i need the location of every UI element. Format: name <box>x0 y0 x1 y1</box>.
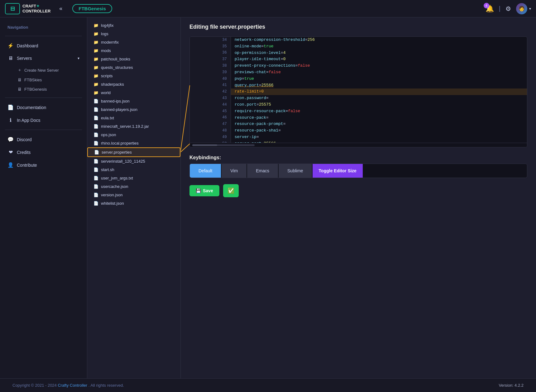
sidebar-label-ftbskies: FTBSkies <box>24 78 42 82</box>
editor-panel: Editing file server.properties 34network… <box>181 17 536 378</box>
sidebar-item-documentation[interactable]: 📄 Documentation <box>0 102 87 113</box>
logo-icon: ⊟ <box>5 3 20 14</box>
file-item[interactable]: 📄serverinstall_120_11425 <box>87 157 180 165</box>
file-item[interactable]: 📄ops.json <box>87 131 180 139</box>
save-label: Save <box>203 188 213 193</box>
keybind-toggle-button[interactable]: Toggle Editor Size <box>313 164 363 178</box>
ftbskies-icon: 🖥 <box>17 77 22 82</box>
line-content: op-permission-level=4 <box>231 50 527 56</box>
sidebar-sub-servers: ＋ Create New Server 🖥 FTBSkies 🖥 FTBGene… <box>0 65 87 94</box>
file-item[interactable]: 📁log4jfix <box>87 21 180 30</box>
file-item[interactable]: 📁patchouli_books <box>87 55 180 63</box>
line-number: 36 <box>190 50 231 56</box>
sidebar-item-servers[interactable]: 🖥 Servers ▾ <box>0 53 87 64</box>
file-item[interactable]: 📄whitelist.json <box>87 199 180 208</box>
sidebar-item-discord[interactable]: 💬 Discord <box>0 134 87 145</box>
sidebar-label-ftbgenesis: FTBGenesis <box>24 87 47 92</box>
file-item[interactable]: 📁mods <box>87 46 180 55</box>
check-icon: ✅ <box>227 188 234 194</box>
nav-section-label: Navigation <box>0 24 87 32</box>
arrow-line-2 <box>181 144 190 152</box>
file-item[interactable]: 📁logs <box>87 30 180 38</box>
contribute-icon: 👤 <box>7 162 14 168</box>
line-content: previews-chat=false <box>231 69 527 76</box>
file-icon: 📄 <box>93 167 98 172</box>
file-name: shaderpacks <box>101 82 124 87</box>
code-editor[interactable]: 34network-compression-threshold=25635onl… <box>189 36 527 147</box>
sidebar-label-contribute: Contribute <box>17 163 37 168</box>
file-item[interactable]: 📁scripts <box>87 72 180 80</box>
notification-badge[interactable]: 4 🔔 <box>486 5 494 13</box>
file-icon: 📄 <box>93 159 98 164</box>
sidebar-item-ftbgenesis[interactable]: 🖥 FTBGenesis <box>14 84 87 94</box>
save-button[interactable]: 💾 Save <box>189 185 219 196</box>
sidebar-divider-3 <box>5 130 82 130</box>
file-item[interactable]: 📁shaderpacks <box>87 80 180 88</box>
keybind-emacs-button[interactable]: Emacs <box>247 164 278 178</box>
sidebar-item-ftbskies[interactable]: 🖥 FTBSkies <box>14 75 87 84</box>
sidebar-item-dashboard[interactable]: ⚡ Dashboard <box>0 40 87 51</box>
file-icon: 📄 <box>93 99 98 103</box>
footer: Copyright © 2021 - 2024 Crafty Controlle… <box>0 378 536 392</box>
folder-icon: 📁 <box>93 82 98 87</box>
file-item[interactable]: 📄banned-players.json <box>87 105 180 114</box>
keybind-default-button[interactable]: Default <box>190 164 221 178</box>
file-name: rhino.local.properties <box>101 141 139 146</box>
user-menu[interactable]: 🧑 ▾ <box>516 3 531 14</box>
file-item[interactable]: 📄version.json <box>87 191 180 199</box>
file-item[interactable]: 📁quests_structures <box>87 63 180 72</box>
file-item[interactable]: 📄server.properties <box>87 147 180 157</box>
code-line: 37player-idle-timeout=0 <box>190 56 527 63</box>
brand-link[interactable]: Crafty Controller <box>58 383 87 388</box>
sidebar-label-in-app-docs: In App Docs <box>17 118 41 123</box>
line-number: 39 <box>190 69 231 76</box>
file-name: serverinstall_120_11425 <box>101 159 145 164</box>
editor-title: Editing file server.properties <box>189 24 527 30</box>
folder-icon: 📁 <box>93 65 98 70</box>
settings-button[interactable]: ⚙ <box>505 5 511 12</box>
user-chevron-icon: ▾ <box>529 7 531 11</box>
sidebar-item-create-server[interactable]: ＋ Create New Server <box>14 65 87 75</box>
line-content: server-ip= <box>231 134 527 141</box>
line-content: query.port=25566 <box>231 82 527 89</box>
credits-icon: ❤ <box>7 149 14 155</box>
file-name: usercache.json <box>101 184 128 189</box>
sidebar: Navigation ⚡ Dashboard 🖥 Servers ▾ ＋ Cre… <box>0 17 87 378</box>
sidebar-label-create-server: Create New Server <box>24 68 59 73</box>
file-item[interactable]: 📄banned-ips.json <box>87 97 180 105</box>
sidebar-label-credits: Credits <box>17 150 31 155</box>
sidebar-item-contribute[interactable]: 👤 Contribute <box>0 159 87 171</box>
create-server-icon: ＋ <box>17 67 22 73</box>
sidebar-item-in-app-docs[interactable]: ℹ In App Docs <box>0 114 87 126</box>
file-item[interactable]: 📄user_jvm_args.txt <box>87 174 180 182</box>
file-item[interactable]: 📁modernfix <box>87 38 180 46</box>
sidebar-item-credits[interactable]: ❤ Credits <box>0 146 87 158</box>
verify-button[interactable]: ✅ <box>223 184 239 197</box>
folder-icon: 📁 <box>93 48 98 53</box>
code-line: 40pvp=true <box>190 76 527 82</box>
sidebar-label-discord: Discord <box>17 137 31 142</box>
folder-icon: 📁 <box>93 23 98 28</box>
code-line: 49server-ip= <box>190 134 527 141</box>
code-scroll[interactable]: 34network-compression-threshold=25635onl… <box>190 37 527 143</box>
line-content: resource-pack= <box>231 115 527 121</box>
file-name: banned-ips.json <box>101 99 130 103</box>
file-item[interactable]: 📄minecraft_server.1.19.2.jar <box>87 122 180 131</box>
file-name: version.json <box>101 193 122 197</box>
file-item[interactable]: 📄eula.txt <box>87 114 180 122</box>
keybind-sublime-button[interactable]: Sublime <box>279 164 312 178</box>
keybind-vim-button[interactable]: Vim <box>222 164 246 178</box>
line-number: 43 <box>190 95 231 102</box>
save-icon: 💾 <box>196 188 201 193</box>
copyright-text: Copyright © 2021 - 2024 <box>12 383 57 388</box>
file-item[interactable]: 📄usercache.json <box>87 182 180 191</box>
line-number: 45 <box>190 108 231 115</box>
code-line: 42rate-limit=0 <box>190 88 527 95</box>
code-line: 46resource-pack= <box>190 115 527 121</box>
file-item[interactable]: 📁world <box>87 88 180 97</box>
line-number: 42 <box>190 88 231 95</box>
line-number: 38 <box>190 63 231 69</box>
file-item[interactable]: 📄rhino.local.properties <box>87 139 180 147</box>
collapse-sidebar-button[interactable]: « <box>57 4 65 13</box>
file-item[interactable]: 📄start.sh <box>87 165 180 174</box>
